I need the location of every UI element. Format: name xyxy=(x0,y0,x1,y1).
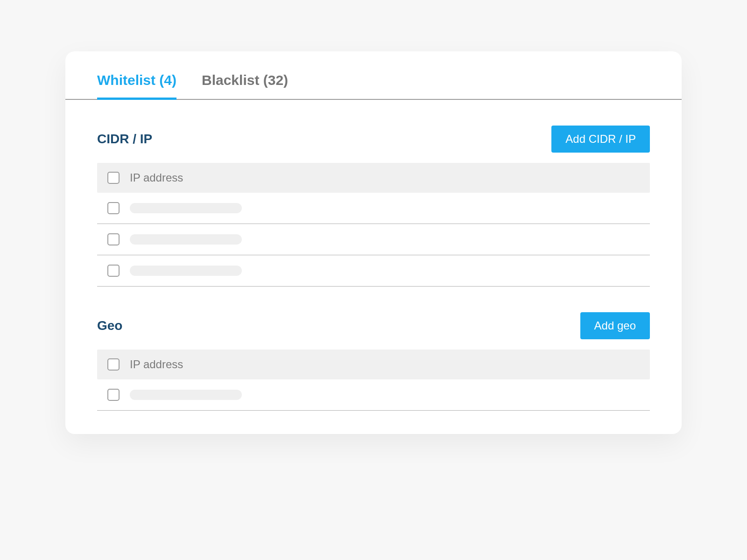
geo-select-all-checkbox[interactable] xyxy=(107,358,120,371)
section-geo-title: Geo xyxy=(97,318,122,333)
row-checkbox[interactable] xyxy=(107,389,120,401)
section-cidr-title: CIDR / IP xyxy=(97,132,152,147)
cidr-select-all-checkbox[interactable] xyxy=(107,172,120,184)
cidr-column-header: IP address xyxy=(130,171,183,184)
row-checkbox[interactable] xyxy=(107,233,120,245)
table-row xyxy=(97,255,650,287)
table-row xyxy=(97,224,650,255)
add-cidr-button[interactable]: Add CIDR / IP xyxy=(551,126,650,153)
table-row xyxy=(97,193,650,224)
placeholder-value xyxy=(130,203,242,213)
section-geo: Geo Add geo IP address xyxy=(65,312,682,411)
tabs: Whitelist (4) Blacklist (32) xyxy=(65,51,682,100)
geo-list-header: IP address xyxy=(97,350,650,379)
row-checkbox[interactable] xyxy=(107,265,120,277)
tab-blacklist[interactable]: Blacklist (32) xyxy=(202,51,288,100)
add-geo-button[interactable]: Add geo xyxy=(580,312,650,339)
placeholder-value xyxy=(130,266,242,276)
tab-whitelist[interactable]: Whitelist (4) xyxy=(97,51,176,100)
section-cidr-header: CIDR / IP Add CIDR / IP xyxy=(97,126,650,153)
section-geo-header: Geo Add geo xyxy=(97,312,650,339)
filter-card: Whitelist (4) Blacklist (32) CIDR / IP A… xyxy=(65,51,682,434)
cidr-list-header: IP address xyxy=(97,163,650,193)
placeholder-value xyxy=(130,234,242,245)
row-checkbox[interactable] xyxy=(107,202,120,214)
table-row xyxy=(97,379,650,411)
placeholder-value xyxy=(130,390,242,400)
section-cidr: CIDR / IP Add CIDR / IP IP address xyxy=(65,126,682,287)
geo-column-header: IP address xyxy=(130,358,183,371)
